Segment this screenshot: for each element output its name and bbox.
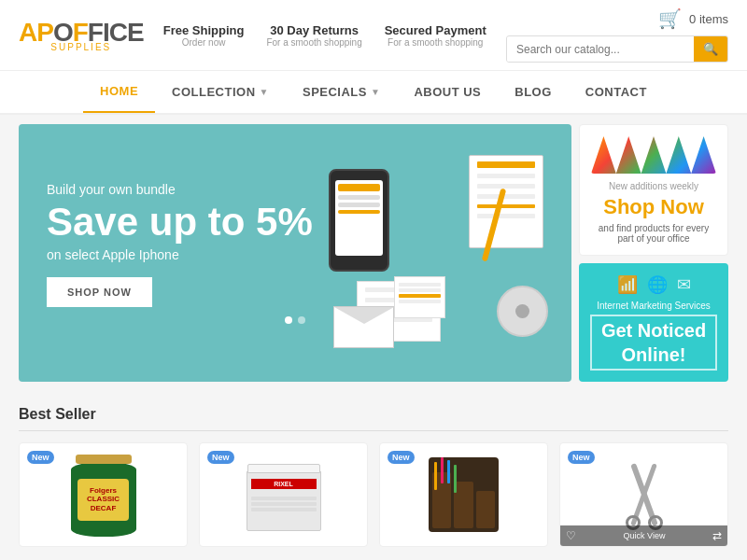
feature-free-shipping: Free Shipping Order now xyxy=(163,23,245,48)
nav-blog[interactable]: BLOG xyxy=(498,72,569,112)
marketing-icons-row: 📶 🌐 ✉ xyxy=(590,274,717,295)
feature-sub-2: For a smooth shopping xyxy=(266,37,361,48)
side-banner-cta[interactable]: Shop Now xyxy=(591,195,716,219)
hero-section: Build your own bundle Save up to 5% on s… xyxy=(0,115,747,391)
side-banner-shop-now[interactable]: New additions weekly Shop Now and find p… xyxy=(579,124,728,256)
desk-organizer-image xyxy=(429,457,499,532)
feature-title-3: Secured Payment xyxy=(385,23,486,37)
logo-office-letters: OFFICE xyxy=(53,18,144,47)
product-card-3[interactable]: New xyxy=(379,442,548,547)
cart-area[interactable]: 🛒 0 items xyxy=(658,7,728,30)
feature-payment: Secured Payment For a smooth shopping xyxy=(385,23,486,48)
compare-icon[interactable]: ⇄ xyxy=(712,529,722,542)
device-illustration xyxy=(310,150,553,356)
coffee-label: FolgersCLASSICDECAF xyxy=(78,479,129,521)
logo[interactable]: APOFFICE SUPPLIES xyxy=(19,18,144,52)
phone-shape xyxy=(329,169,389,272)
nav-specials[interactable]: SPECIALS ▼ xyxy=(286,72,397,112)
nav-home[interactable]: HOME xyxy=(83,71,155,113)
feature-title-2: 30 Day Returns xyxy=(266,23,361,37)
feature-sub-3: For a smooth shopping xyxy=(385,37,486,48)
main-nav: HOME COLLECTION ▼ SPECIALS ▼ ABOUT US BL… xyxy=(0,71,747,115)
side-banners: New additions weekly Shop Now and find p… xyxy=(579,124,728,382)
product-card-1[interactable]: New FolgersCLASSICDECAF xyxy=(19,442,188,547)
small-doc xyxy=(394,276,445,318)
pencils-illustration xyxy=(591,136,716,174)
search-bar[interactable]: 🔍 xyxy=(506,35,728,63)
new-badge-1: New xyxy=(27,451,54,464)
collection-arrow-icon: ▼ xyxy=(260,87,269,97)
search-button[interactable]: 🔍 xyxy=(694,36,727,62)
side-banner-tag: New additions weekly xyxy=(591,181,716,191)
product-card-4[interactable]: New ♡ Quick View ⇄ xyxy=(559,442,728,547)
new-badge-3: New xyxy=(388,451,415,464)
hero-illustration xyxy=(301,133,562,372)
feature-sub-1: Order now xyxy=(163,37,245,48)
new-badge-4: New xyxy=(568,451,595,464)
logo-text: APOFFICE xyxy=(19,18,144,48)
paper-box-image: RIXEL xyxy=(247,470,321,531)
new-badge-2: New xyxy=(207,451,234,464)
coffee-can-image: FolgersCLASSICDECAF xyxy=(71,462,136,537)
hero-shop-button[interactable]: SHOP NOW xyxy=(47,277,152,307)
side-banner-marketing[interactable]: 📶 🌐 ✉ Internet Marketing Services Get No… xyxy=(579,263,728,382)
marketing-cta[interactable]: Get Noticed Online! xyxy=(590,315,717,371)
side-banner-desc: and find products for every part of your… xyxy=(591,223,716,244)
nav-contact[interactable]: CONTACT xyxy=(569,72,664,112)
wifi-icon: 📶 xyxy=(617,274,638,295)
globe-icon: 🌐 xyxy=(647,274,668,295)
feature-title-1: Free Shipping xyxy=(163,23,245,37)
wishlist-icon[interactable]: ♡ xyxy=(566,529,576,542)
quick-view-label[interactable]: Quick View xyxy=(624,531,666,540)
top-bar: APOFFICE SUPPLIES Free Shipping Order no… xyxy=(0,0,747,71)
nav-about[interactable]: ABOUT US xyxy=(397,72,498,112)
feature-returns: 30 Day Returns For a smooth shopping xyxy=(266,23,361,48)
scissors-image xyxy=(607,457,682,532)
best-seller-section: Best Seller New FolgersCLASSICDECAF New … xyxy=(0,391,747,560)
search-cart-area: 🛒 0 items 🔍 xyxy=(506,7,728,63)
marketing-title: Internet Marketing Services xyxy=(590,301,717,311)
specials-arrow-icon: ▼ xyxy=(371,87,380,97)
notebook-shape xyxy=(469,155,543,248)
cd-shape xyxy=(497,286,548,337)
search-input[interactable] xyxy=(507,37,694,62)
best-seller-title: Best Seller xyxy=(19,406,728,431)
nav-collection[interactable]: COLLECTION ▼ xyxy=(155,72,286,112)
phone-screen xyxy=(335,180,383,256)
email-icon: ✉ xyxy=(677,274,691,295)
features-bar: Free Shipping Order now 30 Day Returns F… xyxy=(163,23,486,48)
dot-1[interactable] xyxy=(285,316,292,324)
product-overlay: ♡ Quick View ⇄ xyxy=(560,525,727,546)
logo-ap: AP xyxy=(19,18,53,47)
envelope-shape xyxy=(333,306,394,348)
product-card-2[interactable]: New RIXEL xyxy=(199,442,368,547)
hero-banner: Build your own bundle Save up to 5% on s… xyxy=(19,124,571,382)
cart-count: 0 items xyxy=(689,12,728,26)
products-grid: New FolgersCLASSICDECAF New RIXEL xyxy=(19,442,728,547)
cart-icon: 🛒 xyxy=(658,7,682,30)
